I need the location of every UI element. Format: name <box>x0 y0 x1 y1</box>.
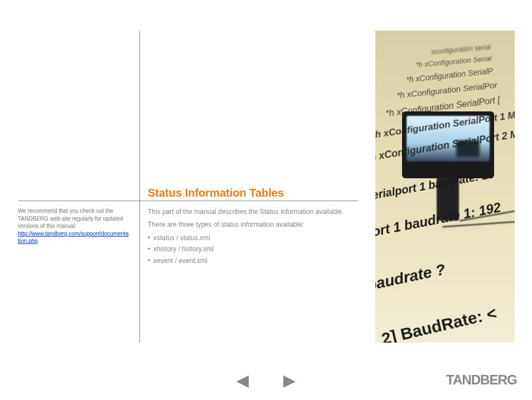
overlay-line: t [1..2] BaudRate: < <box>375 304 499 343</box>
list-item: xevent / event.xml <box>148 256 349 266</box>
overlay-line: *h xConfiguration Serial <box>415 54 492 69</box>
sidebar-note: We recommend that you check out the TAND… <box>18 207 129 245</box>
status-types-list: xstatus / status.xml xhistory / history.… <box>148 233 349 266</box>
document-page: Status Information Tables We recommend t… <box>0 0 532 400</box>
note-text: We recommend that you check out the TAND… <box>18 208 123 229</box>
next-page-arrow-icon[interactable] <box>283 375 296 388</box>
prev-page-arrow-icon[interactable] <box>236 375 249 388</box>
overlay-line: xconfiguration serial <box>431 43 491 56</box>
page-heading: Status Information Tables <box>148 187 284 199</box>
body-p2: There are three types of status informat… <box>148 220 349 230</box>
list-item: xhistory / history.xml <box>148 245 349 254</box>
body-text: This part of the manual describes the St… <box>148 207 349 267</box>
tandberg-logo: TANDBERG <box>446 373 517 388</box>
body-p1: This part of the manual describes the St… <box>148 207 349 217</box>
vertical-divider <box>139 31 140 343</box>
documentation-link[interactable]: http://www.tandberg.com/support/document… <box>18 231 128 245</box>
overlay-line: rt baudrate ? <box>375 261 447 298</box>
list-item: xstatus / status.xml <box>148 233 349 243</box>
decorative-image: xconfiguration serial *h xConfiguration … <box>375 31 515 343</box>
horizontal-rule <box>18 201 358 201</box>
